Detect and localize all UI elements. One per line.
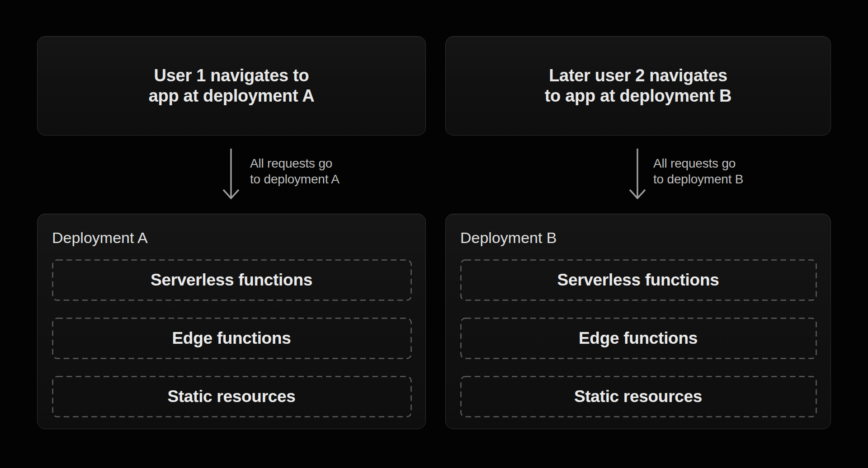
arrow-label-a-line2: to deployment A: [250, 171, 340, 187]
layer-edge-functions-a: Edge functions: [52, 318, 411, 359]
layer-label: Static resources: [167, 387, 295, 406]
deployment-layers-b: Serverless functions Edge functions Stat…: [460, 259, 816, 417]
layer-edge-functions-b: Edge functions: [460, 318, 816, 359]
user-navigation-card-b: Later user 2 navigates to app at deploym…: [445, 36, 831, 136]
deployment-label-b: Deployment B: [460, 229, 816, 247]
user-card-title-a: User 1 navigates to app at deployment A: [149, 66, 315, 106]
user-card-title-b-line2: to app at deployment B: [545, 86, 732, 106]
arrow-label-a: All requests go to deployment A: [250, 155, 340, 187]
layer-label: Edge functions: [172, 329, 291, 348]
deployment-card-b: Deployment B Serverless functions Edge f…: [445, 214, 831, 429]
arrow-down-icon: [221, 148, 241, 204]
layer-label: Static resources: [574, 387, 702, 406]
user-card-title-b: Later user 2 navigates to app at deploym…: [545, 66, 732, 106]
layer-static-resources-b: Static resources: [460, 376, 816, 417]
user-card-title-a-line1: User 1 navigates to: [149, 66, 315, 86]
user-navigation-card-a: User 1 navigates to app at deployment A: [37, 36, 426, 136]
deployment-layers-a: Serverless functions Edge functions Stat…: [52, 259, 411, 417]
layer-label: Edge functions: [579, 329, 698, 348]
arrow-label-b-line2: to deployment B: [653, 171, 743, 187]
layer-serverless-functions-a: Serverless functions: [52, 259, 411, 301]
arrow-label-b-line1: All requests go: [653, 155, 743, 171]
user-card-title-b-line1: Later user 2 navigates: [545, 66, 732, 86]
deployment-card-a: Deployment A Serverless functions Edge f…: [37, 214, 426, 429]
layer-static-resources-a: Static resources: [52, 376, 411, 417]
layer-label: Serverless functions: [151, 271, 312, 290]
deployment-label-a: Deployment A: [52, 229, 411, 247]
layer-serverless-functions-b: Serverless functions: [460, 259, 816, 301]
arrow-label-b: All requests go to deployment B: [653, 155, 743, 187]
diagram-root: User 1 navigates to app at deployment A …: [0, 0, 868, 468]
arrow-down-icon: [627, 148, 647, 204]
layer-label: Serverless functions: [557, 271, 719, 290]
user-card-title-a-line2: app at deployment A: [149, 86, 315, 106]
arrow-label-a-line1: All requests go: [250, 155, 340, 171]
